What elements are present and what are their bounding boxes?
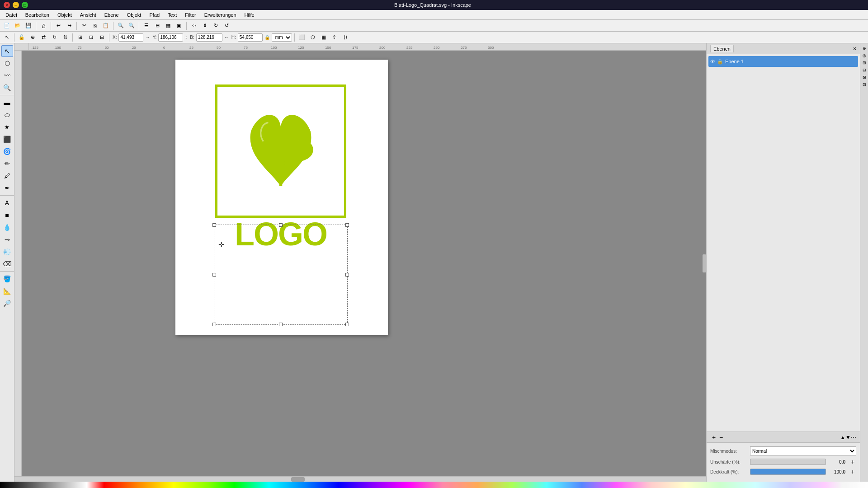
color-palette[interactable] bbox=[0, 482, 868, 488]
snap-btn-1[interactable]: ⊕ bbox=[861, 45, 868, 52]
x-input[interactable] bbox=[118, 33, 143, 42]
gradient-tool[interactable]: ■ bbox=[1, 209, 13, 221]
h-input[interactable] bbox=[238, 33, 263, 42]
mirror-btn[interactable]: ⇅ bbox=[60, 33, 70, 42]
add-layer-btn[interactable]: + bbox=[710, 434, 717, 441]
node-tool[interactable]: ⬡ bbox=[1, 57, 13, 69]
h-scroll-thumb[interactable] bbox=[291, 477, 305, 482]
magnify-tool[interactable]: 🔎 bbox=[1, 297, 13, 309]
text-tool[interactable]: A bbox=[1, 197, 13, 209]
group-button[interactable]: ▦ bbox=[163, 21, 173, 31]
rotate2-btn[interactable]: ↻ bbox=[49, 33, 59, 42]
menu-erweiterungen[interactable]: Erweiterungen bbox=[201, 11, 240, 19]
layer-down-btn[interactable]: ▼ bbox=[845, 434, 851, 441]
layer-row-1[interactable]: 👁 🔒 Ebene 1 bbox=[708, 56, 858, 67]
unit-select[interactable]: mm bbox=[272, 33, 292, 42]
maximize-button[interactable]: □ bbox=[22, 2, 28, 8]
layer-eye-icon[interactable]: 👁 bbox=[710, 59, 715, 64]
snap-btn-6[interactable]: ⊡ bbox=[861, 81, 868, 88]
align2-btn[interactable]: ⊞ bbox=[75, 33, 85, 42]
menu-hilfe[interactable]: Hilfe bbox=[241, 11, 258, 19]
star-tool[interactable]: ★ bbox=[1, 121, 13, 133]
y-input[interactable] bbox=[158, 33, 183, 42]
menu-text[interactable]: Text bbox=[164, 11, 180, 19]
layer-up-btn[interactable]: ▲ bbox=[840, 434, 845, 441]
paste-button[interactable]: 📋 bbox=[101, 21, 111, 31]
snap-btn-2[interactable]: ◎ bbox=[861, 52, 868, 59]
menu-objekt2[interactable]: Objekt bbox=[123, 11, 145, 19]
w-input[interactable] bbox=[196, 33, 222, 42]
canvas-area[interactable]: LOGO bbox=[22, 51, 706, 476]
menu-objekt[interactable]: Objekt bbox=[54, 11, 75, 19]
snap-btn-5[interactable]: ⊠ bbox=[861, 74, 868, 80]
opacity-plus-btn[interactable]: + bbox=[849, 458, 856, 465]
flip-v-button[interactable]: ⇕ bbox=[200, 21, 210, 31]
ellipse-tool[interactable]: ⬭ bbox=[1, 109, 13, 121]
flip-h-button[interactable]: ⇔ bbox=[189, 21, 199, 31]
print-button[interactable]: 🖨 bbox=[38, 21, 48, 31]
minimize-button[interactable]: − bbox=[13, 2, 19, 8]
3d-box-tool[interactable]: ⬛ bbox=[1, 133, 13, 145]
obj-export-btn[interactable]: ⇧ bbox=[330, 33, 340, 42]
select-tool-btn[interactable]: ↖ bbox=[2, 33, 12, 42]
calligraphy-tool[interactable]: ✒ bbox=[1, 182, 13, 194]
h-scrollbar[interactable] bbox=[14, 476, 706, 482]
snap-btn-3[interactable]: ⊞ bbox=[861, 60, 868, 66]
paint-bucket-tool[interactable]: 🪣 bbox=[1, 273, 13, 285]
zoom-tool[interactable]: 🔍 bbox=[1, 82, 13, 94]
lock-btn[interactable]: 🔓 bbox=[17, 33, 27, 42]
layers-tab[interactable]: Ebenen bbox=[710, 45, 734, 52]
opacity-slider[interactable] bbox=[750, 459, 826, 465]
spiral-tool[interactable]: 🌀 bbox=[1, 145, 13, 157]
open-button[interactable]: 📂 bbox=[13, 21, 23, 31]
redo-button[interactable]: ↪ bbox=[64, 21, 74, 31]
rotate-cw-button[interactable]: ↻ bbox=[211, 21, 221, 31]
align4-btn[interactable]: ⊟ bbox=[97, 33, 107, 42]
remove-layer-btn[interactable]: − bbox=[717, 434, 725, 441]
obj-align5-btn[interactable]: ▦ bbox=[319, 33, 329, 42]
zoom-in-button[interactable]: 🔍 bbox=[116, 21, 126, 31]
copy-button[interactable]: ⎘ bbox=[90, 21, 100, 31]
cut-button[interactable]: ✂ bbox=[79, 21, 89, 31]
layer-lock-icon[interactable]: 🔒 bbox=[717, 59, 723, 65]
distribute-button[interactable]: ⊟ bbox=[152, 21, 162, 31]
measure-tool[interactable]: 📐 bbox=[1, 285, 13, 297]
pos-btn[interactable]: ⊕ bbox=[28, 33, 38, 42]
obj-xml-btn[interactable]: ⟨⟩ bbox=[340, 33, 350, 42]
close-button[interactable]: × bbox=[4, 2, 10, 8]
undo-button[interactable]: ↩ bbox=[53, 21, 63, 31]
connector-tool[interactable]: ⊸ bbox=[1, 234, 13, 245]
deckkraft-plus-btn[interactable]: + bbox=[849, 468, 856, 475]
select-tool[interactable]: ↖ bbox=[1, 45, 13, 57]
dropper-tool[interactable]: 💧 bbox=[1, 221, 13, 233]
menu-datei[interactable]: Datei bbox=[2, 11, 21, 19]
blend-mode-select[interactable]: Normal bbox=[750, 446, 856, 455]
panel-resize-handle[interactable] bbox=[703, 254, 706, 272]
menu-bearbeiten[interactable]: Bearbeiten bbox=[22, 11, 53, 19]
logo-group[interactable]: LOGO bbox=[215, 84, 349, 279]
tweak-tool[interactable]: 〰 bbox=[1, 70, 13, 81]
menu-ansicht[interactable]: Ansicht bbox=[76, 11, 100, 19]
save-button[interactable]: 💾 bbox=[24, 21, 33, 31]
pencil-tool[interactable]: ✏ bbox=[1, 158, 13, 169]
new-button[interactable]: 📄 bbox=[2, 21, 12, 31]
obj-trans-btn[interactable]: ⬡ bbox=[308, 33, 318, 42]
layer-more-btn[interactable]: ⋯ bbox=[851, 434, 856, 441]
layers-close-btn[interactable]: × bbox=[853, 46, 856, 52]
align3-btn[interactable]: ⊡ bbox=[86, 33, 96, 42]
deckkraft-slider[interactable] bbox=[750, 469, 826, 475]
ungroup-button[interactable]: ▣ bbox=[174, 21, 184, 31]
flip-btn[interactable]: ⇄ bbox=[38, 33, 48, 42]
menu-ebene[interactable]: Ebene bbox=[101, 11, 123, 19]
spray-tool[interactable]: 💨 bbox=[1, 246, 13, 258]
eraser-tool[interactable]: ⌫ bbox=[1, 258, 13, 270]
menu-pfad[interactable]: Pfad bbox=[146, 11, 163, 19]
rotate-ccw-button[interactable]: ↺ bbox=[222, 21, 231, 31]
rect-tool[interactable]: ▬ bbox=[1, 97, 13, 108]
pen-tool[interactable]: 🖊 bbox=[1, 170, 13, 182]
zoom-out-button[interactable]: 🔍 bbox=[127, 21, 137, 31]
align-button[interactable]: ☰ bbox=[142, 21, 151, 31]
snap-btn-4[interactable]: ⊟ bbox=[861, 67, 868, 73]
menu-filter[interactable]: Filter bbox=[181, 11, 199, 19]
obj-props-btn[interactable]: ⬜ bbox=[297, 33, 307, 42]
